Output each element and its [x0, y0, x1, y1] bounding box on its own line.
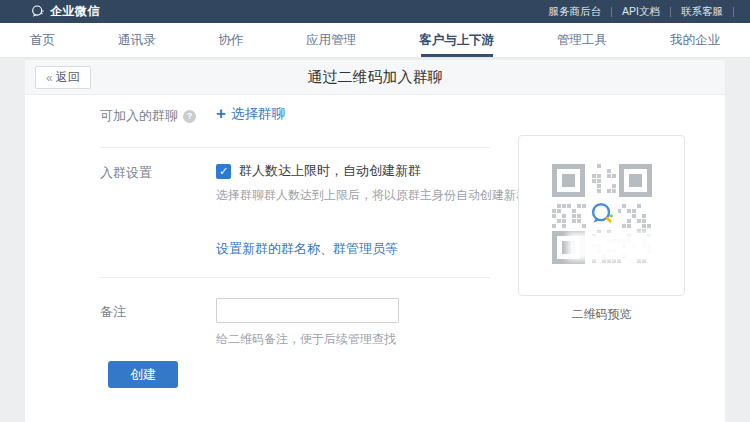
section-divider [100, 277, 490, 278]
topbar-divider [733, 7, 734, 17]
plus-icon: + [216, 107, 226, 121]
topbar-links: 服务商后台 API文档 联系客服 [547, 0, 742, 23]
nav-tab-management-tools[interactable]: 管理工具 [551, 23, 613, 57]
back-button[interactable]: « 返回 [35, 66, 91, 89]
brand[interactable]: 企业微信 [30, 3, 100, 20]
create-button[interactable]: 创建 [108, 361, 178, 388]
brand-name: 企业微信 [50, 3, 100, 20]
topbar: 企业微信 服务商后台 API文档 联系客服 [0, 0, 750, 23]
topbar-divider [670, 7, 671, 17]
section-divider [100, 147, 490, 148]
topbar-divider [611, 7, 612, 17]
join-settings-label: 入群设置 [100, 164, 152, 182]
back-chevrons-icon: « [46, 71, 53, 85]
remark-input[interactable] [216, 298, 399, 323]
new-group-settings-link[interactable]: 设置新群的群名称、群管理员等 [216, 240, 398, 258]
nav-tab-collaboration[interactable]: 协作 [212, 23, 249, 57]
auto-create-group-helper-text: 选择群聊群人数达到上限后，将以原群主身份自动创建新群 [216, 187, 528, 204]
wechat-work-logo-icon [30, 4, 45, 19]
panel-header [25, 60, 725, 95]
auto-create-group-option: ✓ 群人数达上限时，自动创建新群 [216, 162, 421, 180]
main-nav: 首页 通讯录 协作 应用管理 客户与上下游 管理工具 我的企业 [0, 23, 750, 58]
qr-preview-caption: 二维码预览 [518, 306, 685, 323]
remark-label: 备注 [100, 303, 126, 321]
toplink-contact-support[interactable]: 联系客服 [679, 5, 725, 19]
remark-helper-text: 给二维码备注，便于后续管理查找 [216, 331, 396, 348]
nav-tab-my-company[interactable]: 我的企业 [664, 23, 726, 57]
nav-tab-app-management[interactable]: 应用管理 [300, 23, 362, 57]
auto-create-group-checkbox-label: 群人数达上限时，自动创建新群 [239, 162, 421, 180]
toplink-service-provider-console[interactable]: 服务商后台 [547, 5, 604, 19]
toplink-api-docs[interactable]: API文档 [620, 5, 662, 19]
info-icon[interactable]: ? [183, 110, 196, 123]
wechat-work-qr-center-logo-icon [586, 198, 618, 230]
joinable-group-label: 可加入的群聊 ? [100, 107, 196, 125]
nav-tab-home[interactable]: 首页 [24, 23, 61, 57]
content-panel: « 返回 通过二维码加入群聊 可加入的群聊 ? + 选择群聊 入群设置 ✓ 群人… [25, 60, 725, 422]
back-label: 返回 [56, 69, 80, 86]
auto-create-group-checkbox[interactable]: ✓ [216, 164, 231, 179]
nav-tab-customers-upstream-downstream[interactable]: 客户与上下游 [413, 23, 500, 57]
qr-masked-group-name [571, 236, 663, 257]
select-group-chat-link[interactable]: + 选择群聊 [216, 105, 285, 123]
qr-preview-box [518, 135, 685, 296]
nav-tab-contacts[interactable]: 通讯录 [112, 23, 162, 57]
